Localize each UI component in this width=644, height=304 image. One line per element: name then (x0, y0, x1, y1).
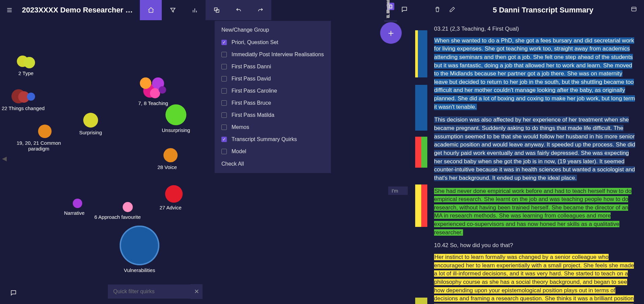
delete-icon[interactable] (434, 6, 441, 14)
checkbox[interactable] (221, 76, 227, 81)
node-label: Vulnerabilities (124, 267, 155, 273)
home-button[interactable] (140, 0, 162, 20)
comment-button[interactable] (10, 290, 17, 298)
paragraph-text[interactable]: Her instinct to learn formally was chang… (434, 254, 634, 304)
vertical-tab[interactable]: ✕7. Bruce Edu… (384, 22, 397, 22)
node-label: 28 Voice (157, 164, 177, 170)
bubble-node[interactable]: 28 Voice (157, 148, 178, 170)
checkbox[interactable] (221, 52, 227, 57)
bubble-node[interactable]: 7, 8 Teaching (138, 77, 168, 106)
checkbox[interactable] (221, 112, 227, 118)
chart-button[interactable] (184, 0, 206, 20)
node-label: Surprising (79, 130, 102, 135)
node-label: 6 Approach favourite (94, 214, 141, 220)
group-option[interactable]: First Pass Danni (215, 61, 331, 73)
tab-strip: ＋ ✕3. Roger Hea…✕4. Jackie Soci…✕5. Dann… (384, 0, 397, 304)
checkbox[interactable]: ✓ (221, 137, 227, 142)
svg-rect-6 (214, 8, 217, 10)
hamburger-menu[interactable] (0, 0, 19, 20)
group-option-label: Transcript Summary Quirks (232, 136, 297, 142)
document-title: 5 Danni Transcript Summary (493, 6, 593, 14)
checkbox[interactable] (221, 149, 227, 154)
checkbox[interactable] (221, 64, 227, 69)
group-option-label: Immediatly Post Interview Realisations (232, 52, 324, 58)
group-option-label: Model (232, 148, 246, 155)
group-option[interactable]: Memos (215, 121, 331, 133)
group-option[interactable]: Immediatly Post Interview Realisations (215, 48, 331, 61)
bubble-node[interactable]: 19, 20, 21 Common paradigm (8, 125, 69, 151)
dropdown-header: New/Change Group (215, 24, 331, 36)
bubble-node[interactable]: 6 Approach favourite (94, 202, 141, 220)
node-label: Unsurprising (162, 127, 190, 133)
group-option[interactable]: Model (215, 145, 331, 158)
group-option[interactable]: First Pass David (215, 73, 331, 85)
paragraph-text[interactable]: When she wanted to do a PhD, she got a f… (434, 37, 635, 110)
group-option[interactable]: ✓Transcript Summary Quirks (215, 133, 331, 145)
document-card-icon[interactable] (631, 6, 637, 14)
filter-button[interactable] (162, 0, 184, 20)
group-option-label: Priori, Question Set (232, 39, 278, 45)
group-option[interactable]: First Pass Matilda (215, 109, 331, 121)
document-comment-button[interactable] (401, 6, 408, 14)
tab-label: 7. Bruce Edu… (386, 0, 391, 19)
paragraph-text[interactable]: This decision was also affected by her e… (434, 116, 635, 181)
node-label: 2 Type (19, 70, 34, 76)
quick-filter-clear[interactable]: ✕ (190, 284, 203, 299)
group-option[interactable]: First Pass Bruce (215, 97, 331, 109)
group-option-label: First Pass Matilda (232, 112, 274, 118)
bubble-node[interactable]: 27 Advice (158, 185, 183, 210)
paragraph-text[interactable]: She had never done empirical work before… (434, 188, 632, 236)
node-label: 22 Things changed (2, 105, 44, 111)
bubble-node[interactable]: 2 Type (17, 56, 35, 76)
node-label: 19, 20, 21 Common paradigm (8, 140, 69, 151)
node-label: Narrative (64, 210, 85, 216)
group-option[interactable]: ✓Priori, Question Set (215, 36, 331, 48)
timestamp-line: 03.21 (2,3 Teaching, 4 First Qual) (434, 25, 637, 33)
node-label: 27 Advice (159, 205, 181, 210)
check-all[interactable]: Check All (215, 158, 331, 170)
group-option-label: First Pass Danni (232, 64, 271, 70)
svg-rect-7 (216, 9, 219, 12)
bubble-node[interactable]: Vulnerabilities (120, 226, 159, 273)
bubble-node[interactable]: Unsurprising (162, 104, 190, 133)
bubble-node[interactable]: Narrative (64, 199, 85, 216)
group-option-label: First Pass Caroline (232, 88, 277, 94)
checkbox[interactable] (221, 88, 227, 94)
bubble-node[interactable]: Surprising (79, 113, 102, 135)
checkbox[interactable] (221, 125, 227, 130)
collapse-left-icon[interactable]: ◀ (2, 155, 7, 162)
quick-filter-input[interactable] (108, 284, 190, 299)
checkbox[interactable] (221, 100, 227, 106)
project-title: 2023XXXX Demo Researcher Jour… (19, 6, 140, 14)
undo-button[interactable] (227, 0, 249, 20)
inline-text-snippet: I'm (388, 187, 408, 195)
group-option[interactable]: First Pass Caroline (215, 85, 331, 97)
bubble-node[interactable]: 22 Things changed (2, 89, 44, 111)
group-option-label: First Pass David (232, 76, 271, 82)
add-tab-button[interactable]: ＋ (380, 22, 402, 44)
group-option-label: First Pass Bruce (232, 100, 271, 106)
timestamp-line: 10.42 So, how did you do that? (434, 241, 637, 250)
checkbox[interactable]: ✓ (221, 40, 227, 45)
group-option-label: Memos (232, 124, 249, 130)
document-body[interactable]: 03.21 (2,3 Teaching, 4 First Qual)When s… (427, 20, 644, 304)
redo-button[interactable] (249, 0, 271, 20)
svg-rect-10 (632, 7, 636, 11)
highlight-gutter (397, 0, 427, 304)
group-dropdown: New/Change Group ✓Priori, Question SetIm… (215, 21, 331, 173)
group-button[interactable] (206, 0, 227, 20)
edit-icon[interactable] (449, 6, 456, 14)
